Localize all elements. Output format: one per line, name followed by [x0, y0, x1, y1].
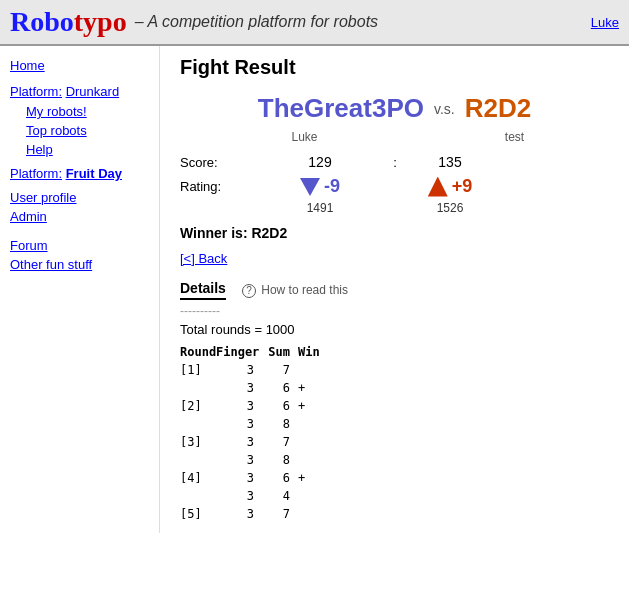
sidebar-platform1-name[interactable]: Drunkard: [66, 84, 119, 99]
cell-win: +: [298, 469, 328, 487]
cell-finger: 3: [216, 487, 262, 505]
score-colon: :: [380, 155, 410, 170]
cell-win: [298, 451, 328, 469]
rating-sub-colon-spacer: [380, 201, 410, 215]
cell-win: [298, 487, 328, 505]
fight-header: TheGreat3PO v.s. R2D2: [180, 93, 609, 124]
fighter-right-name: R2D2: [465, 93, 531, 124]
table-header-row: Round Finger Sum Win: [180, 345, 609, 359]
score-row: Score: 129 : 135: [180, 154, 609, 170]
table-row: 38: [180, 415, 609, 433]
sidebar-platform2-label: Platform: Fruit Day: [10, 163, 149, 184]
fighter-left-name: TheGreat3PO: [258, 93, 424, 124]
back-link[interactable]: [<] Back: [180, 251, 609, 266]
cell-win: +: [298, 397, 328, 415]
vs-text: v.s.: [434, 101, 455, 117]
cell-win: +: [298, 379, 328, 397]
cell-round: [180, 487, 216, 505]
cell-sum: 4: [262, 487, 298, 505]
sidebar: Home Platform: Drunkard My robots! Top r…: [0, 46, 160, 533]
page-title: Fight Result: [180, 56, 609, 79]
cell-sum: 7: [262, 433, 298, 451]
cell-round: [1]: [180, 361, 216, 379]
cell-finger: 3: [216, 379, 262, 397]
rating-sub-right: 1526: [410, 201, 490, 215]
cell-finger: 3: [216, 361, 262, 379]
table-row: [2]36+: [180, 397, 609, 415]
vs-spacer: [405, 130, 445, 144]
cell-sum: 6: [262, 379, 298, 397]
sidebar-home[interactable]: Home: [10, 56, 149, 75]
rating-label: Rating:: [180, 179, 260, 194]
cell-sum: 7: [262, 505, 298, 523]
cell-sum: 8: [262, 451, 298, 469]
col-header-sum: Sum: [262, 345, 298, 359]
score-right: 135: [410, 154, 490, 170]
rating-row: Rating: -9 +9: [180, 176, 609, 197]
cell-sum: 6: [262, 469, 298, 487]
cell-finger: 3: [216, 451, 262, 469]
table-row: [3]37: [180, 433, 609, 451]
help-circle-icon: ?: [242, 284, 256, 298]
logo-robo: Robo: [10, 6, 74, 37]
details-header: Details ? How to read this: [180, 280, 609, 300]
sidebar-platform2-name[interactable]: Fruit Day: [66, 166, 122, 181]
winner-line: Winner is: R2D2: [180, 225, 609, 241]
cell-round: [5]: [180, 505, 216, 523]
cell-finger: 3: [216, 469, 262, 487]
sidebar-forum[interactable]: Forum: [10, 236, 149, 255]
cell-finger: 3: [216, 397, 262, 415]
how-to-text: How to read this: [261, 283, 348, 297]
logo-typo: typo: [74, 6, 127, 37]
cell-finger: 3: [216, 505, 262, 523]
sidebar-user-profile[interactable]: User profile: [10, 188, 149, 207]
cell-sum: 6: [262, 397, 298, 415]
owner-right: test: [455, 130, 575, 144]
how-to-link[interactable]: ? How to read this: [242, 283, 348, 298]
cell-win: [298, 433, 328, 451]
rating-sub-spacer: [180, 201, 260, 215]
cell-sum: 7: [262, 361, 298, 379]
cell-round: [180, 451, 216, 469]
cell-sum: 8: [262, 415, 298, 433]
separator: ----------: [180, 304, 609, 318]
cell-round: [2]: [180, 397, 216, 415]
tagline: – A competition platform for robots: [135, 13, 378, 31]
arrow-down-icon: [300, 178, 320, 196]
col-header-win: Win: [298, 345, 328, 359]
logo: Robotypo: [10, 6, 127, 38]
details-tab[interactable]: Details: [180, 280, 226, 300]
arrow-up-icon: [428, 177, 448, 197]
main-content: Fight Result TheGreat3PO v.s. R2D2 Luke …: [160, 46, 629, 533]
table-body: [1]3736+[2]36+38[3]3738[4]36+34[5]37: [180, 361, 609, 523]
cell-finger: 3: [216, 433, 262, 451]
cell-win: [298, 361, 328, 379]
total-rounds: Total rounds = 1000: [180, 322, 609, 337]
owner-left: Luke: [215, 130, 395, 144]
sidebar-other-fun-stuff[interactable]: Other fun stuff: [10, 255, 149, 274]
user-link[interactable]: Luke: [591, 15, 619, 30]
winner-name: R2D2: [251, 225, 287, 241]
sidebar-my-robots[interactable]: My robots!: [26, 102, 149, 121]
table-row: 38: [180, 451, 609, 469]
score-left: 129: [260, 154, 380, 170]
col-header-finger: Finger: [216, 345, 262, 359]
cell-round: [4]: [180, 469, 216, 487]
winner-prefix: Winner is:: [180, 225, 248, 241]
fighter-owners-row: Luke test: [180, 130, 609, 144]
sidebar-admin[interactable]: Admin: [10, 207, 149, 226]
table-row: 34: [180, 487, 609, 505]
col-header-round: Round: [180, 345, 216, 359]
rating-left-block: -9: [260, 176, 380, 197]
rating-sub-row: 1491 1526: [180, 201, 609, 215]
sidebar-help[interactable]: Help: [26, 140, 149, 159]
cell-win: [298, 505, 328, 523]
cell-round: [180, 379, 216, 397]
table-row: [4]36+: [180, 469, 609, 487]
rating-sub-left: 1491: [260, 201, 380, 215]
table-row: [5]37: [180, 505, 609, 523]
cell-round: [180, 415, 216, 433]
cell-round: [3]: [180, 433, 216, 451]
table-row: [1]37: [180, 361, 609, 379]
sidebar-top-robots[interactable]: Top robots: [26, 121, 149, 140]
